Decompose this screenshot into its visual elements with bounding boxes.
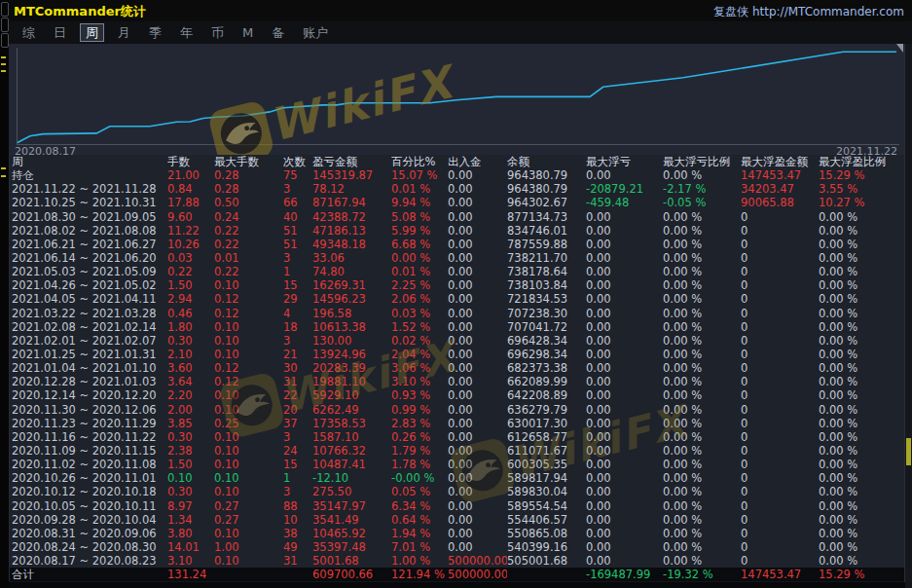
- cell: 3.80: [167, 527, 214, 540]
- menu-item-年[interactable]: 年: [175, 24, 198, 41]
- table-row[interactable]: 2020.08.24 ~ 2020.08.3014.011.004935397.…: [10, 540, 905, 554]
- table-row[interactable]: 2021.01.04 ~ 2021.01.103.600.123020283.3…: [10, 361, 905, 375]
- cell: 0.10: [214, 485, 283, 498]
- cell: 2.10: [167, 348, 214, 361]
- cell: 1.94 %: [391, 527, 448, 540]
- toolbar-button-icon[interactable]: [1, 33, 9, 48]
- menu-item-周[interactable]: 周: [80, 23, 104, 42]
- table-row[interactable]: 2021.02.01 ~ 2021.02.070.300.103130.000.…: [10, 334, 905, 348]
- cell: 0.28: [214, 168, 283, 182]
- column-header[interactable]: 盈亏金额: [312, 155, 391, 168]
- menu-item-账户[interactable]: 账户: [298, 24, 333, 41]
- table-row[interactable]: 2021.06.14 ~ 2021.06.200.030.01333.060.0…: [10, 251, 905, 265]
- vertical-scrollbar[interactable]: [904, 44, 912, 582]
- cell: 0.46: [167, 307, 214, 320]
- cell: 38: [283, 527, 312, 540]
- table-row[interactable]: 2020.12.14 ~ 2020.12.202.200.10225929.10…: [10, 388, 905, 402]
- menu-item-备[interactable]: 备: [267, 24, 289, 41]
- cell: 0.00 %: [819, 513, 905, 527]
- cell: 0.00 %: [819, 251, 905, 265]
- table-row[interactable]: 2021.04.26 ~ 2021.05.021.500.101516269.3…: [10, 278, 905, 292]
- column-header[interactable]: 最大浮盈金额: [741, 155, 819, 168]
- table-row[interactable]: 2020.10.05 ~ 2020.10.118.970.278835147.9…: [10, 499, 905, 513]
- column-header[interactable]: 最大浮亏比例: [663, 155, 741, 168]
- table-row[interactable]: 2021.06.21 ~ 2021.06.2710.260.225149348.…: [10, 238, 905, 251]
- toolbar-marker: [1, 63, 6, 65]
- cell: 0.00: [586, 554, 663, 568]
- table-row[interactable]: 2020.08.17 ~ 2020.08.233.100.10315001.68…: [10, 554, 905, 568]
- cell: 19881.10: [312, 375, 391, 388]
- cell: 0.10: [214, 403, 283, 417]
- cell: 147453.47: [741, 168, 819, 182]
- row-label: 持仓: [12, 168, 167, 182]
- column-header[interactable]: 百分比%: [391, 155, 448, 168]
- table-row[interactable]: 2020.11.16 ~ 2020.11.220.300.1031587.100…: [10, 430, 905, 444]
- cell: 1.34: [167, 513, 214, 527]
- table-row[interactable]: 2020.11.02 ~ 2020.11.081.500.101510487.4…: [10, 458, 905, 471]
- column-header[interactable]: 余额: [507, 155, 586, 168]
- column-header[interactable]: 周: [12, 155, 167, 168]
- cell: 49: [283, 540, 312, 554]
- column-header[interactable]: 最大手数: [214, 155, 283, 168]
- cell: -0.05 %: [663, 196, 741, 209]
- cell: 10.27 %: [819, 196, 905, 209]
- table-total-row[interactable]: 合计131.24609700.66121.94 %500000.00-16948…: [10, 568, 905, 581]
- cell: 0.12: [214, 361, 283, 375]
- table-row[interactable]: 2021.04.05 ~ 2021.04.112.940.122914596.2…: [10, 292, 905, 306]
- table-row[interactable]: 2021.08.02 ~ 2021.08.0811.220.225147186.…: [10, 224, 905, 238]
- cell: 0.28: [214, 182, 283, 196]
- toolbar-button-icon[interactable]: [1, 18, 9, 32]
- cell: 3541.49: [312, 513, 391, 527]
- row-label: 2021.11.22 ~ 2021.11.28: [12, 182, 167, 196]
- table-row[interactable]: 持仓21.000.2875145319.8715.07 %0.00964380.…: [10, 168, 905, 182]
- table-row[interactable]: 2021.11.22 ~ 2021.11.280.840.28378.120.0…: [10, 182, 905, 196]
- table-row[interactable]: 2021.10.25 ~ 2021.10.3117.880.506687167.…: [10, 196, 905, 209]
- table-row[interactable]: 2021.01.25 ~ 2021.01.312.100.102113924.9…: [10, 348, 905, 361]
- table-row[interactable]: 2021.05.03 ~ 2021.05.090.220.22174.800.0…: [10, 265, 905, 278]
- cell: 0.00: [586, 485, 663, 498]
- brand-link[interactable]: 复盘侠 http://MTCommander.com: [713, 4, 904, 20]
- cell: 0.00 %: [819, 417, 905, 430]
- column-header[interactable]: 最大浮亏: [586, 155, 663, 168]
- cell: 145319.87: [312, 168, 391, 182]
- column-header[interactable]: 出入金: [448, 155, 507, 168]
- menu-item-日[interactable]: 日: [49, 24, 71, 41]
- menu-item-综[interactable]: 综: [18, 24, 40, 41]
- column-header[interactable]: 手数: [167, 155, 214, 168]
- menu-item-M[interactable]: M: [237, 24, 258, 41]
- cell: 0: [741, 388, 819, 402]
- column-header[interactable]: 最大浮盈比例: [819, 155, 905, 168]
- table-row[interactable]: 2020.10.26 ~ 2020.11.010.100.101-12.10-0…: [10, 471, 905, 485]
- cell: 0.00 %: [819, 471, 905, 485]
- cell: 696428.34: [507, 334, 586, 348]
- table-row[interactable]: 2021.08.30 ~ 2021.09.059.600.244042388.7…: [10, 210, 905, 224]
- menu-item-季[interactable]: 季: [144, 24, 166, 41]
- menu-item-月[interactable]: 月: [113, 24, 135, 41]
- table-row[interactable]: 2020.11.23 ~ 2020.11.293.850.253717358.5…: [10, 417, 905, 430]
- column-header[interactable]: 次数: [283, 155, 312, 168]
- table-row[interactable]: 2020.10.12 ~ 2020.10.180.300.103275.500.…: [10, 485, 905, 498]
- scrollbar-thumb[interactable]: [906, 438, 911, 465]
- table-row[interactable]: 2020.11.09 ~ 2020.11.152.380.102410766.3…: [10, 444, 905, 458]
- cell: 707041.72: [507, 320, 586, 334]
- cell: -2.17 %: [663, 182, 741, 196]
- row-label: 2021.03.22 ~ 2021.03.28: [12, 307, 167, 320]
- table-row[interactable]: 2021.02.08 ~ 2021.02.141.800.101810613.3…: [10, 320, 905, 334]
- table-row[interactable]: 2020.11.30 ~ 2020.12.062.000.10206262.49…: [10, 403, 905, 417]
- table-row[interactable]: 2020.08.31 ~ 2020.09.063.800.103810465.9…: [10, 527, 905, 540]
- table-row[interactable]: 2021.03.22 ~ 2021.03.280.460.124196.580.…: [10, 307, 905, 320]
- cell: 0.00 %: [663, 375, 741, 388]
- table-row[interactable]: 2020.12.28 ~ 2021.01.033.640.123119881.1…: [10, 375, 905, 388]
- cell: 49348.18: [312, 238, 391, 251]
- cell: 500000.00: [448, 568, 507, 581]
- cell: 0.12: [214, 292, 283, 306]
- menu-item-币[interactable]: 币: [206, 24, 229, 41]
- cell: 1.50: [167, 458, 214, 471]
- table-row[interactable]: 2020.09.28 ~ 2020.10.041.340.27103541.49…: [10, 513, 905, 527]
- equity-curve: [9, 44, 905, 156]
- cell: 0.00 %: [819, 430, 905, 444]
- cell: -169487.99: [586, 568, 663, 581]
- toolbar-button-icon[interactable]: [1, 2, 9, 17]
- cell: 47186.13: [312, 224, 391, 238]
- row-label: 合计: [12, 568, 167, 581]
